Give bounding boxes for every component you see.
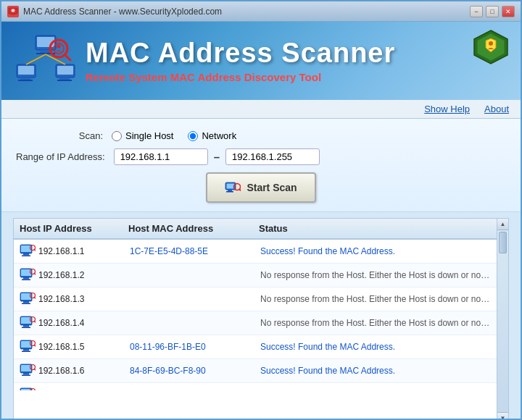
row-status: Success! Found the MAC Address. [260,342,491,352]
row-status: Success! Found the MAC Address. [260,246,491,256]
scroll-down-arrow[interactable]: ▼ [497,412,508,420]
svg-rect-39 [23,277,29,280]
table-row[interactable]: 192.168.1.2No response from the Host. Ei… [14,264,497,287]
network-radio[interactable]: Network [188,130,236,141]
row-computer-icon [20,339,36,355]
svg-line-54 [35,322,36,323]
row-status: Success! Found the MAC Address. [260,390,491,390]
svg-rect-28 [226,191,233,193]
table-row[interactable]: 192.168.1.11C-7E-E5-4D-88-5ESuccess! Fou… [14,240,497,264]
svg-rect-10 [20,77,30,80]
svg-rect-68 [21,389,31,390]
table-scrollbar[interactable]: ▲ ▼ [497,219,508,420]
row-mac: 1C-7E-E5-4D-88-5E [130,246,260,256]
table-row[interactable]: 192.168.1.4No response from the Host. Ei… [14,311,497,335]
svg-rect-1 [11,14,15,15]
svg-rect-64 [22,375,30,377]
svg-rect-44 [21,293,31,300]
svg-rect-13 [57,66,73,75]
form-area: Scan: Single Host Network Range of IP Ad… [1,119,521,212]
network-input[interactable] [188,131,198,141]
row-status: No response from the Host. Either the Ho… [260,270,491,280]
scan-label: Scan: [16,130,103,141]
row-computer-icon [20,315,36,331]
row-ip: 192.168.1.5 [38,342,130,352]
window-controls[interactable]: − □ ✕ [470,6,515,17]
app-subtitle: Remote System MAC Address Discovery Tool [86,71,321,83]
svg-line-42 [35,274,36,275]
ip-to-input[interactable] [225,148,320,165]
start-scan-button[interactable]: Start Scan [206,172,315,203]
svg-rect-38 [21,269,31,276]
svg-rect-58 [22,351,30,353]
svg-rect-9 [18,66,34,75]
row-ip: 192.168.1.3 [38,294,130,304]
scan-icon [225,180,241,196]
svg-rect-40 [22,280,30,281]
single-host-input[interactable] [112,131,122,141]
svg-rect-33 [23,253,29,256]
svg-point-21 [57,44,60,48]
row-mac: 84-8F-69-BC-F8-90 [130,366,260,376]
svg-rect-52 [22,327,30,329]
row-status: Success! Found the MAC Address. [260,366,491,376]
nav-bar: Show Help About [1,100,521,119]
table-row[interactable]: 192.168.1.3No response from the Host. Ei… [14,287,497,311]
row-ip: 192.168.1.7 [38,390,130,390]
svg-rect-50 [21,317,31,324]
title-bar: M MAC Address Scanner - www.SecurityXplo… [1,1,521,22]
svg-line-30 [240,190,241,191]
network-label: Network [202,130,236,141]
svg-rect-27 [228,190,232,191]
app-icon: M [7,6,19,17]
svg-rect-45 [23,301,29,303]
col-header-ip: Host IP Address [20,223,128,234]
svg-line-66 [35,369,36,371]
main-content: Scan: Single Host Network Range of IP Ad… [1,119,521,420]
header-logo [13,32,78,90]
show-help-link[interactable]: Show Help [424,104,470,114]
table-header: Host IP Address Host MAC Address Status [14,219,497,240]
svg-rect-46 [22,303,30,305]
title-bar-left: M MAC Address Scanner - www.SecurityXplo… [7,6,222,17]
scan-type-row: Scan: Single Host Network [16,130,506,141]
close-window-button[interactable]: ✕ [502,6,515,17]
row-computer-icon [20,267,36,283]
table-row[interactable]: 192.168.1.700-0C-29-B8-AC-0DSuccess! Fou… [14,383,497,390]
table-row[interactable]: 192.168.1.508-11-96-BF-1B-E0Success! Fou… [14,335,497,359]
security-badge [473,29,509,65]
window-title: MAC Address Scanner - www.SecurityXplode… [23,7,222,17]
app-header: MAC Address Scanner Remote System MAC Ad… [1,22,521,100]
ip-from-input[interactable] [114,148,208,165]
table-inner: Host IP Address Host MAC Address Status … [14,219,497,420]
row-ip: 192.168.1.4 [38,318,130,328]
svg-rect-34 [22,256,30,257]
scroll-thumb[interactable] [499,232,507,253]
row-status: No response from the Host. Either the Ho… [260,294,491,304]
minimize-button[interactable]: − [470,6,483,17]
col-header-status: Status [259,223,491,234]
svg-rect-63 [23,373,29,375]
svg-point-24 [489,41,493,46]
row-computer-icon [20,363,36,379]
single-host-radio[interactable]: Single Host [112,130,173,141]
maximize-button[interactable]: □ [486,6,499,17]
row-ip: 192.168.1.2 [38,270,130,280]
svg-rect-14 [59,77,70,80]
button-row: Start Scan [16,172,506,203]
about-link[interactable]: About [484,104,509,114]
table-row[interactable]: 192.168.1.684-8F-69-BC-F8-90Success! Fou… [14,359,497,383]
scroll-up-arrow[interactable]: ▲ [497,219,508,230]
svg-rect-51 [23,325,29,327]
svg-line-19 [65,55,70,60]
header-text: MAC Address Scanner Remote System MAC Ad… [78,38,509,84]
row-mac: 08-11-96-BF-1B-E0 [130,342,260,352]
single-host-label: Single Host [125,130,173,141]
range-label: Range of IP Address: [16,151,105,162]
ip-range-row: Range of IP Address: – [16,148,506,165]
svg-rect-56 [21,341,31,348]
range-dash: – [214,151,220,163]
scan-type-group: Single Host Network [112,130,236,141]
start-scan-label: Start Scan [246,182,297,193]
row-mac: 00-0C-29-B8-AC-0D [130,390,260,390]
